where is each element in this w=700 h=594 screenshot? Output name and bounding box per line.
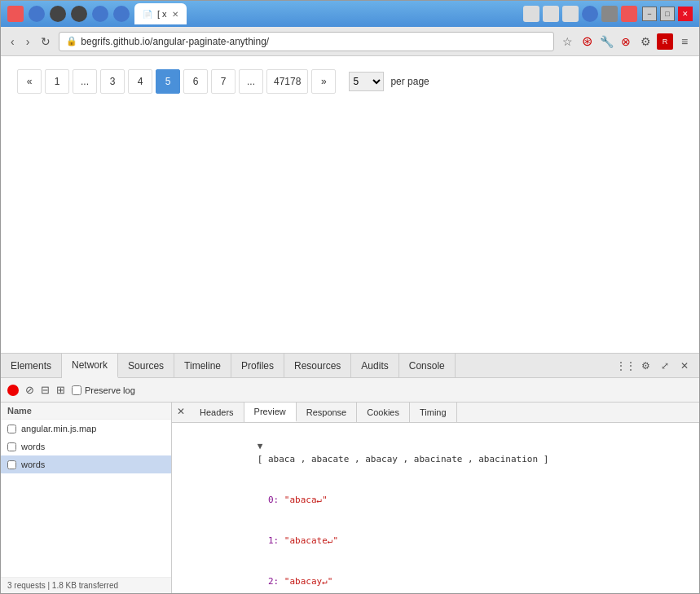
devtools-panel: Elements Network Sources Timeline Profil…: [1, 353, 699, 593]
tab-resources[interactable]: Resources: [284, 354, 351, 378]
json-toggle-icon[interactable]: ▼: [258, 441, 263, 451]
browser-window: 📄 [ x ✕ − □ ✕ ‹ › ↻ 🔒 begrifs.github.io/…: [0, 0, 700, 594]
json-key-0: 0:: [268, 495, 279, 505]
preview-content: ▼ [ abaca , abacate , abacay , abacinate…: [172, 423, 699, 593]
devtools-body: Name angular.min.js.map words words 3 re…: [1, 403, 699, 593]
json-value-2: "abacay↵": [284, 576, 333, 587]
tab-audits[interactable]: Audits: [351, 354, 398, 378]
preview-panel: ✕ Headers Preview Response Cookies Timin…: [172, 403, 699, 593]
address-bar[interactable]: 🔒 begrifs.github.io/angular-paginate-any…: [59, 32, 554, 51]
page-spacer: [1, 107, 699, 353]
preview-tabs: ✕ Headers Preview Response Cookies Timin…: [172, 403, 699, 423]
red-icon[interactable]: ⊛: [579, 33, 595, 50]
file-checkbox-words-1[interactable]: [7, 442, 16, 451]
record-button[interactable]: [7, 385, 19, 396]
json-item-1: 1: "abacate↵": [172, 521, 699, 561]
tab-sources[interactable]: Sources: [118, 354, 174, 378]
file-list: Name angular.min.js.map words words 3 re…: [1, 403, 172, 593]
bookmark-icon[interactable]: ☆: [559, 33, 575, 50]
minimize-button[interactable]: −: [642, 7, 657, 21]
devtools-close-icon[interactable]: ✕: [676, 358, 693, 374]
pagination-page-4[interactable]: 4: [128, 69, 152, 94]
preview-close-icon[interactable]: ✕: [172, 403, 190, 422]
file-item-angular[interactable]: angular.min.js.map: [1, 420, 171, 438]
pagination-ellipsis-1: ...: [73, 69, 97, 94]
pagination-page-3[interactable]: 3: [100, 69, 125, 94]
pagination-page-1[interactable]: 1: [45, 69, 69, 94]
file-item-words-1[interactable]: words: [1, 438, 171, 455]
tab-elements[interactable]: Elements: [1, 354, 62, 378]
json-value-1: "abacate↵": [284, 535, 338, 546]
maximize-button[interactable]: □: [660, 7, 675, 21]
close-button[interactable]: ✕: [678, 7, 693, 21]
browser-toolbar-icons: [7, 6, 130, 22]
extension-icon[interactable]: R: [657, 33, 673, 50]
pagination-ellipsis-2: ...: [239, 69, 263, 94]
pagination-page-7[interactable]: 7: [211, 69, 236, 94]
pagination: « 1 ... 3 4 5 6 7 ... 47178 » 5 10 25 50…: [1, 56, 699, 107]
json-item-0: 0: "abaca↵": [172, 480, 699, 521]
preserve-log-checkbox[interactable]: [72, 385, 81, 395]
browser-tab-active[interactable]: 📄 [ x ✕: [134, 3, 187, 24]
menu-icon[interactable]: ≡: [676, 33, 693, 50]
preserve-log-text: Preserve log: [85, 385, 135, 395]
devtools-settings-icon[interactable]: ⚙: [637, 358, 654, 374]
file-checkbox-words-2[interactable]: [7, 460, 16, 469]
clear-button[interactable]: ⊘: [25, 384, 34, 396]
json-header-bracket: [ abaca , abacate , abacay , abacinate ,…: [258, 454, 549, 464]
preview-tab-timing[interactable]: Timing: [410, 403, 457, 422]
file-list-header: Name: [1, 403, 171, 420]
tool-icon[interactable]: 🔧: [598, 33, 614, 50]
json-header-line: ▼ [ abaca , abacate , abacay , abacinate…: [172, 426, 699, 480]
refresh-button[interactable]: ↻: [37, 33, 54, 50]
file-name-words-2: words: [21, 460, 45, 469]
settings-icon[interactable]: ⚙: [637, 33, 654, 50]
pagination-first[interactable]: «: [17, 69, 42, 94]
tab-bar: 📄 [ x ✕: [134, 3, 518, 24]
file-name-words-1: words: [21, 442, 45, 451]
preview-tab-cookies[interactable]: Cookies: [357, 403, 410, 422]
preview-tab-headers[interactable]: Headers: [190, 403, 244, 422]
address-lock-icon: 🔒: [66, 36, 77, 46]
pagination-last[interactable]: »: [311, 69, 336, 94]
json-key-2: 2:: [268, 576, 279, 587]
title-bar: 📄 [ x ✕ − □ ✕: [1, 1, 699, 27]
preview-tab-preview[interactable]: Preview: [244, 403, 297, 422]
json-item-2: 2: "abacay↵": [172, 561, 699, 593]
json-value-0: "abaca↵": [284, 495, 328, 505]
file-item-words-2[interactable]: words: [1, 455, 171, 473]
devtools-tabbar: Elements Network Sources Timeline Profil…: [1, 354, 699, 378]
back-button[interactable]: ‹: [7, 33, 18, 50]
tab-favicon: 📄: [143, 10, 152, 19]
toolbar-icons: ☆ ⊛ 🔧 ⊗ ⚙ R ≡: [559, 33, 693, 50]
file-checkbox-angular[interactable]: [7, 425, 16, 433]
per-page-label: per page: [390, 76, 429, 87]
devtools-toolbar: ⊘ ⊟ ⊞ Preserve log: [1, 378, 699, 403]
preview-tab-response[interactable]: Response: [297, 403, 358, 422]
nav-toolbar: ‹ › ↻ 🔒 begrifs.github.io/angular-pagina…: [1, 27, 699, 56]
address-text: begrifs.github.io/angular-paginate-anyth…: [81, 36, 269, 47]
forward-button[interactable]: ›: [23, 33, 33, 50]
page-content: « 1 ... 3 4 5 6 7 ... 47178 » 5 10 25 50…: [1, 56, 699, 593]
file-name-angular: angular.min.js.map: [21, 424, 96, 433]
filter-button[interactable]: ⊟: [41, 384, 50, 396]
grid-button[interactable]: ⊞: [56, 384, 65, 396]
devtools-expand-icon[interactable]: ⤢: [657, 358, 673, 374]
preserve-log-label[interactable]: Preserve log: [72, 385, 135, 395]
json-key-1: 1:: [268, 535, 279, 546]
tab-profiles[interactable]: Profiles: [231, 354, 284, 378]
pagination-page-6[interactable]: 6: [183, 69, 208, 94]
pagination-page-5[interactable]: 5: [156, 69, 180, 94]
file-list-footer: 3 requests | 1.8 KB transferred: [1, 577, 171, 593]
tab-console[interactable]: Console: [399, 354, 456, 378]
tab-network[interactable]: Network: [62, 354, 118, 378]
stop-icon[interactable]: ⊗: [618, 33, 634, 50]
tab-close-icon[interactable]: ✕: [172, 10, 178, 19]
tab-label: [ x: [157, 9, 167, 19]
window-controls: − □ ✕: [642, 7, 693, 21]
devtools-dock-icon[interactable]: ⋮⋮: [618, 358, 634, 374]
pagination-page-47178[interactable]: 47178: [266, 69, 308, 94]
tab-timeline[interactable]: Timeline: [174, 354, 231, 378]
devtools-controls: ⋮⋮ ⚙ ⤢ ✕: [618, 358, 699, 374]
per-page-select[interactable]: 5 10 25 50 100: [349, 72, 384, 91]
